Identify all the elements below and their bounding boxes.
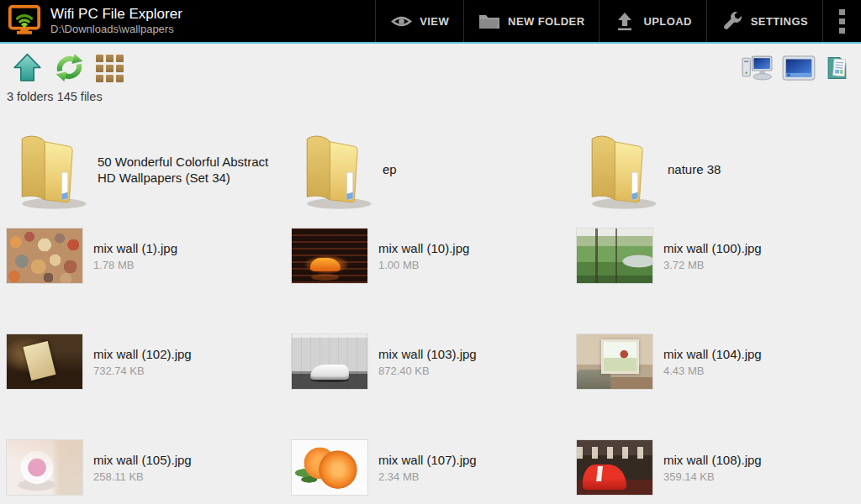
file-size: 359.14 KB bbox=[663, 470, 762, 483]
folder-item[interactable]: nature 38 bbox=[577, 110, 861, 228]
file-size: 872.40 KB bbox=[378, 365, 477, 377]
desktop-icon[interactable] bbox=[782, 55, 816, 81]
app-home-button[interactable]: Wifi PC File Explorer D:\Downloads\wallp… bbox=[0, 0, 191, 42]
orange-car-thumbnail bbox=[292, 228, 367, 283]
file-size: 1.78 MB bbox=[93, 259, 177, 271]
settings-button[interactable]: SETTINGS bbox=[706, 0, 822, 42]
file-name: mix wall (107).jpg bbox=[378, 453, 477, 467]
overflow-menu-icon bbox=[839, 9, 845, 34]
new-folder-icon bbox=[478, 10, 500, 32]
new-folder-button[interactable]: NEW FOLDER bbox=[463, 0, 599, 42]
action-bar: Wifi PC File Explorer D:\Downloads\wallp… bbox=[0, 0, 861, 44]
file-item[interactable]: mix wall (102).jpg 732.74 KB bbox=[7, 334, 292, 440]
file-name: mix wall (104).jpg bbox=[663, 347, 762, 361]
upload-button[interactable]: UPLOAD bbox=[599, 0, 705, 42]
eye-icon bbox=[390, 10, 412, 32]
app-icon bbox=[7, 3, 42, 39]
white-car-thumbnail bbox=[292, 334, 367, 389]
file-name: mix wall (102).jpg bbox=[93, 347, 192, 361]
file-size: 258.11 KB bbox=[93, 470, 192, 483]
folder-file-count: 3 folders 145 files bbox=[7, 90, 861, 103]
view-label: VIEW bbox=[420, 15, 449, 28]
file-grid: 50 Wonderful Colorful Abstract HD Wallpa… bbox=[0, 110, 861, 504]
settings-label: SETTINGS bbox=[751, 15, 808, 28]
refresh-icon[interactable] bbox=[54, 52, 85, 83]
file-size: 3.72 MB bbox=[663, 259, 762, 271]
file-size: 1.00 MB bbox=[378, 259, 469, 271]
bedroom-thumbnail bbox=[577, 334, 652, 389]
file-size: 2.34 MB bbox=[378, 470, 477, 483]
upload-icon bbox=[614, 10, 636, 32]
file-item[interactable]: mix wall (105).jpg 258.11 KB bbox=[7, 440, 292, 504]
file-item[interactable]: mix wall (1).jpg 1.78 MB bbox=[7, 228, 292, 334]
folder-icon bbox=[7, 126, 91, 213]
peaches-thumbnail bbox=[292, 440, 367, 495]
file-size: 4.43 MB bbox=[663, 365, 762, 377]
red-car-thumbnail bbox=[577, 440, 652, 495]
file-item[interactable]: mix wall (10).jpg 1.00 MB bbox=[292, 228, 577, 334]
view-button[interactable]: VIEW bbox=[375, 0, 463, 42]
grid-view-icon[interactable] bbox=[96, 55, 124, 82]
folder-item[interactable]: ep bbox=[292, 110, 577, 228]
pebbles-thumbnail bbox=[7, 228, 82, 283]
file-item[interactable]: mix wall (103).jpg 872.40 KB bbox=[292, 334, 577, 440]
coffee-cup-thumbnail bbox=[7, 440, 82, 495]
my-computer-icon[interactable] bbox=[742, 55, 773, 81]
file-item[interactable]: mix wall (108).jpg 359.14 KB bbox=[577, 440, 861, 504]
folder-name: ep bbox=[383, 161, 568, 177]
file-size: 732.74 KB bbox=[93, 365, 192, 377]
current-path: D:\Downloads\wallpapers bbox=[50, 23, 182, 36]
file-name: mix wall (108).jpg bbox=[663, 453, 762, 467]
file-name: mix wall (1).jpg bbox=[93, 241, 177, 255]
file-name: mix wall (10).jpg bbox=[378, 241, 469, 255]
new-folder-label: NEW FOLDER bbox=[508, 15, 584, 28]
file-name: mix wall (103).jpg bbox=[378, 347, 477, 361]
file-item[interactable]: mix wall (100).jpg 3.72 MB bbox=[577, 228, 861, 334]
wrench-icon bbox=[721, 10, 743, 32]
up-directory-icon[interactable] bbox=[12, 52, 43, 83]
folder-item[interactable]: 50 Wonderful Colorful Abstract HD Wallpa… bbox=[7, 110, 292, 228]
upload-label: UPLOAD bbox=[643, 15, 691, 28]
book-hands-thumbnail bbox=[7, 334, 82, 389]
file-name: mix wall (105).jpg bbox=[93, 453, 192, 467]
toolbar bbox=[0, 44, 861, 84]
lake-trees-thumbnail bbox=[577, 228, 652, 283]
page-title: Wifi PC File Explorer bbox=[50, 6, 182, 23]
file-name: mix wall (100).jpg bbox=[663, 241, 762, 255]
documents-icon[interactable] bbox=[825, 55, 851, 81]
file-item[interactable]: mix wall (104).jpg 4.43 MB bbox=[577, 334, 861, 440]
overflow-menu-button[interactable] bbox=[822, 0, 861, 42]
file-item[interactable]: mix wall (107).jpg 2.34 MB bbox=[292, 440, 577, 504]
folder-icon bbox=[292, 126, 376, 213]
folder-name: 50 Wonderful Colorful Abstract HD Wallpa… bbox=[98, 154, 283, 186]
folder-name: nature 38 bbox=[668, 161, 853, 177]
folder-icon bbox=[577, 126, 661, 213]
